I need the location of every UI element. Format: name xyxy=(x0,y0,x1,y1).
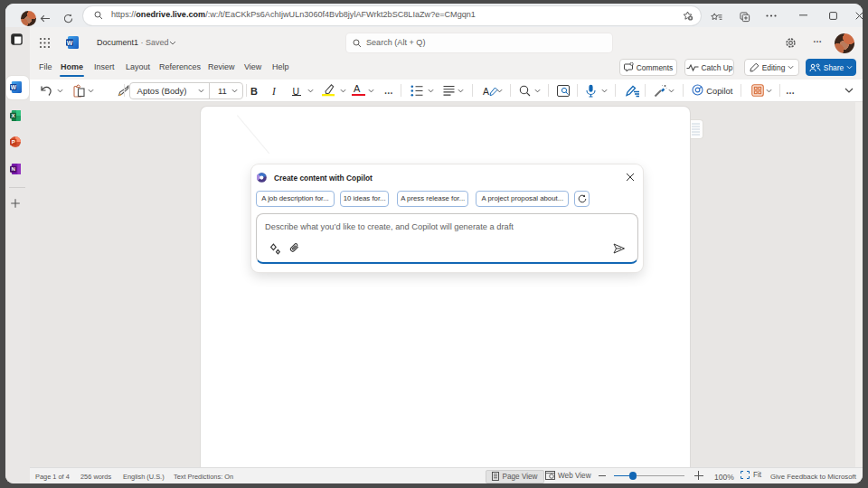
svg-text:X: X xyxy=(11,113,14,118)
svg-text:W: W xyxy=(11,84,17,90)
svg-text:P: P xyxy=(12,139,15,145)
svg-text:N: N xyxy=(12,166,15,172)
svg-text:W: W xyxy=(67,40,73,46)
